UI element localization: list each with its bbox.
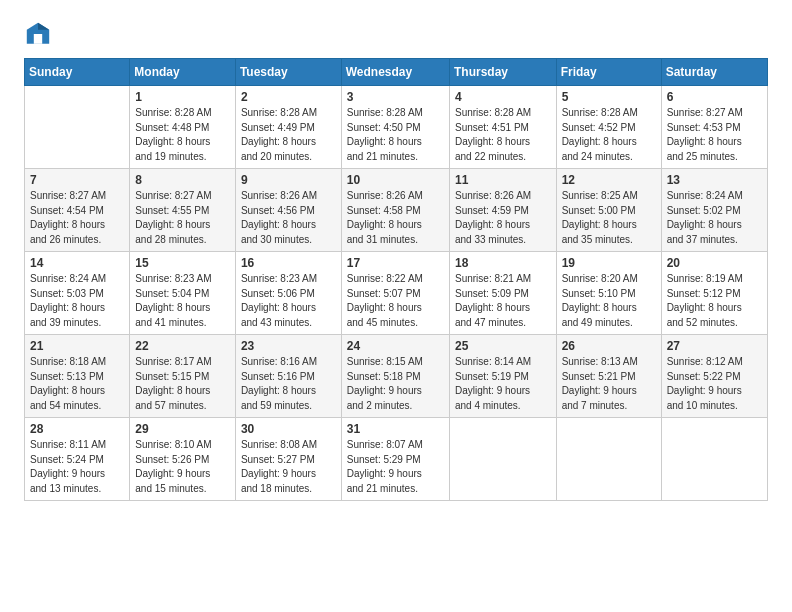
header-cell-saturday: Saturday xyxy=(661,59,767,86)
header-cell-sunday: Sunday xyxy=(25,59,130,86)
day-info: Sunrise: 8:24 AM Sunset: 5:02 PM Dayligh… xyxy=(667,189,762,247)
day-cell: 6Sunrise: 8:27 AM Sunset: 4:53 PM Daylig… xyxy=(661,86,767,169)
day-info: Sunrise: 8:15 AM Sunset: 5:18 PM Dayligh… xyxy=(347,355,444,413)
day-number: 30 xyxy=(241,422,336,436)
day-info: Sunrise: 8:22 AM Sunset: 5:07 PM Dayligh… xyxy=(347,272,444,330)
day-cell: 21Sunrise: 8:18 AM Sunset: 5:13 PM Dayli… xyxy=(25,335,130,418)
day-number: 15 xyxy=(135,256,230,270)
day-cell: 25Sunrise: 8:14 AM Sunset: 5:19 PM Dayli… xyxy=(449,335,556,418)
logo-icon xyxy=(24,20,52,48)
day-cell: 2Sunrise: 8:28 AM Sunset: 4:49 PM Daylig… xyxy=(235,86,341,169)
week-row-3: 21Sunrise: 8:18 AM Sunset: 5:13 PM Dayli… xyxy=(25,335,768,418)
day-number: 7 xyxy=(30,173,124,187)
day-info: Sunrise: 8:19 AM Sunset: 5:12 PM Dayligh… xyxy=(667,272,762,330)
day-cell: 14Sunrise: 8:24 AM Sunset: 5:03 PM Dayli… xyxy=(25,252,130,335)
day-number: 18 xyxy=(455,256,551,270)
day-info: Sunrise: 8:28 AM Sunset: 4:52 PM Dayligh… xyxy=(562,106,656,164)
logo xyxy=(24,20,56,48)
day-info: Sunrise: 8:11 AM Sunset: 5:24 PM Dayligh… xyxy=(30,438,124,496)
header-cell-friday: Friday xyxy=(556,59,661,86)
day-info: Sunrise: 8:23 AM Sunset: 5:06 PM Dayligh… xyxy=(241,272,336,330)
day-cell xyxy=(661,418,767,501)
day-info: Sunrise: 8:23 AM Sunset: 5:04 PM Dayligh… xyxy=(135,272,230,330)
day-info: Sunrise: 8:08 AM Sunset: 5:27 PM Dayligh… xyxy=(241,438,336,496)
day-info: Sunrise: 8:12 AM Sunset: 5:22 PM Dayligh… xyxy=(667,355,762,413)
day-info: Sunrise: 8:26 AM Sunset: 4:58 PM Dayligh… xyxy=(347,189,444,247)
day-number: 2 xyxy=(241,90,336,104)
day-info: Sunrise: 8:28 AM Sunset: 4:49 PM Dayligh… xyxy=(241,106,336,164)
day-number: 8 xyxy=(135,173,230,187)
day-cell: 17Sunrise: 8:22 AM Sunset: 5:07 PM Dayli… xyxy=(341,252,449,335)
day-cell: 4Sunrise: 8:28 AM Sunset: 4:51 PM Daylig… xyxy=(449,86,556,169)
day-number: 31 xyxy=(347,422,444,436)
day-number: 3 xyxy=(347,90,444,104)
day-cell xyxy=(25,86,130,169)
header-cell-wednesday: Wednesday xyxy=(341,59,449,86)
day-info: Sunrise: 8:21 AM Sunset: 5:09 PM Dayligh… xyxy=(455,272,551,330)
day-cell: 23Sunrise: 8:16 AM Sunset: 5:16 PM Dayli… xyxy=(235,335,341,418)
day-number: 29 xyxy=(135,422,230,436)
header-cell-tuesday: Tuesday xyxy=(235,59,341,86)
day-info: Sunrise: 8:24 AM Sunset: 5:03 PM Dayligh… xyxy=(30,272,124,330)
page: SundayMondayTuesdayWednesdayThursdayFrid… xyxy=(0,0,792,612)
day-number: 25 xyxy=(455,339,551,353)
header-cell-monday: Monday xyxy=(130,59,236,86)
day-info: Sunrise: 8:27 AM Sunset: 4:55 PM Dayligh… xyxy=(135,189,230,247)
day-number: 12 xyxy=(562,173,656,187)
day-number: 27 xyxy=(667,339,762,353)
day-cell: 12Sunrise: 8:25 AM Sunset: 5:00 PM Dayli… xyxy=(556,169,661,252)
day-info: Sunrise: 8:10 AM Sunset: 5:26 PM Dayligh… xyxy=(135,438,230,496)
day-info: Sunrise: 8:28 AM Sunset: 4:48 PM Dayligh… xyxy=(135,106,230,164)
day-number: 4 xyxy=(455,90,551,104)
day-cell: 5Sunrise: 8:28 AM Sunset: 4:52 PM Daylig… xyxy=(556,86,661,169)
day-number: 13 xyxy=(667,173,762,187)
day-cell: 20Sunrise: 8:19 AM Sunset: 5:12 PM Dayli… xyxy=(661,252,767,335)
header xyxy=(24,20,768,48)
day-info: Sunrise: 8:26 AM Sunset: 4:59 PM Dayligh… xyxy=(455,189,551,247)
day-number: 14 xyxy=(30,256,124,270)
day-cell: 8Sunrise: 8:27 AM Sunset: 4:55 PM Daylig… xyxy=(130,169,236,252)
day-number: 11 xyxy=(455,173,551,187)
day-cell: 29Sunrise: 8:10 AM Sunset: 5:26 PM Dayli… xyxy=(130,418,236,501)
day-cell: 18Sunrise: 8:21 AM Sunset: 5:09 PM Dayli… xyxy=(449,252,556,335)
day-number: 24 xyxy=(347,339,444,353)
day-cell xyxy=(449,418,556,501)
day-info: Sunrise: 8:16 AM Sunset: 5:16 PM Dayligh… xyxy=(241,355,336,413)
day-cell: 13Sunrise: 8:24 AM Sunset: 5:02 PM Dayli… xyxy=(661,169,767,252)
day-number: 26 xyxy=(562,339,656,353)
day-info: Sunrise: 8:07 AM Sunset: 5:29 PM Dayligh… xyxy=(347,438,444,496)
day-number: 6 xyxy=(667,90,762,104)
day-number: 23 xyxy=(241,339,336,353)
day-number: 20 xyxy=(667,256,762,270)
day-cell: 31Sunrise: 8:07 AM Sunset: 5:29 PM Dayli… xyxy=(341,418,449,501)
day-cell: 30Sunrise: 8:08 AM Sunset: 5:27 PM Dayli… xyxy=(235,418,341,501)
day-number: 28 xyxy=(30,422,124,436)
day-cell: 15Sunrise: 8:23 AM Sunset: 5:04 PM Dayli… xyxy=(130,252,236,335)
day-info: Sunrise: 8:20 AM Sunset: 5:10 PM Dayligh… xyxy=(562,272,656,330)
day-info: Sunrise: 8:27 AM Sunset: 4:53 PM Dayligh… xyxy=(667,106,762,164)
day-number: 16 xyxy=(241,256,336,270)
calendar-table: SundayMondayTuesdayWednesdayThursdayFrid… xyxy=(24,58,768,501)
day-cell: 19Sunrise: 8:20 AM Sunset: 5:10 PM Dayli… xyxy=(556,252,661,335)
day-cell: 22Sunrise: 8:17 AM Sunset: 5:15 PM Dayli… xyxy=(130,335,236,418)
day-number: 19 xyxy=(562,256,656,270)
day-cell: 7Sunrise: 8:27 AM Sunset: 4:54 PM Daylig… xyxy=(25,169,130,252)
day-info: Sunrise: 8:28 AM Sunset: 4:50 PM Dayligh… xyxy=(347,106,444,164)
day-number: 10 xyxy=(347,173,444,187)
day-info: Sunrise: 8:17 AM Sunset: 5:15 PM Dayligh… xyxy=(135,355,230,413)
day-cell: 11Sunrise: 8:26 AM Sunset: 4:59 PM Dayli… xyxy=(449,169,556,252)
day-cell: 26Sunrise: 8:13 AM Sunset: 5:21 PM Dayli… xyxy=(556,335,661,418)
day-cell: 9Sunrise: 8:26 AM Sunset: 4:56 PM Daylig… xyxy=(235,169,341,252)
day-info: Sunrise: 8:13 AM Sunset: 5:21 PM Dayligh… xyxy=(562,355,656,413)
svg-marker-1 xyxy=(38,23,49,30)
day-number: 21 xyxy=(30,339,124,353)
day-cell xyxy=(556,418,661,501)
day-info: Sunrise: 8:27 AM Sunset: 4:54 PM Dayligh… xyxy=(30,189,124,247)
day-cell: 3Sunrise: 8:28 AM Sunset: 4:50 PM Daylig… xyxy=(341,86,449,169)
week-row-1: 7Sunrise: 8:27 AM Sunset: 4:54 PM Daylig… xyxy=(25,169,768,252)
day-info: Sunrise: 8:25 AM Sunset: 5:00 PM Dayligh… xyxy=(562,189,656,247)
day-cell: 24Sunrise: 8:15 AM Sunset: 5:18 PM Dayli… xyxy=(341,335,449,418)
header-cell-thursday: Thursday xyxy=(449,59,556,86)
day-number: 1 xyxy=(135,90,230,104)
day-info: Sunrise: 8:14 AM Sunset: 5:19 PM Dayligh… xyxy=(455,355,551,413)
